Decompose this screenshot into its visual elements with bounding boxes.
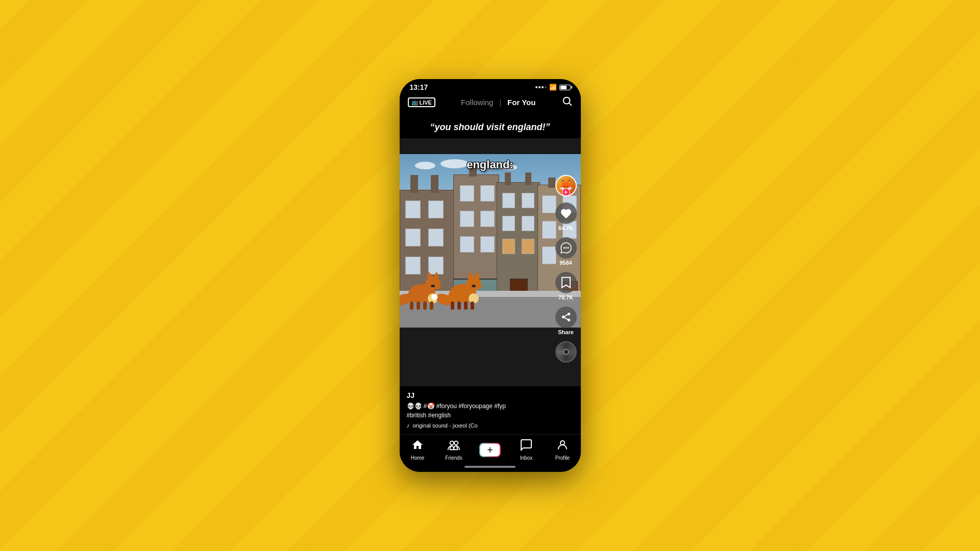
status-time: 13:17	[410, 83, 428, 91]
music-disc[interactable]	[555, 341, 577, 362]
svg-line-1	[569, 103, 571, 105]
home-label: Home	[411, 455, 425, 461]
foxes-area	[405, 259, 497, 310]
add-icon: +	[487, 445, 493, 455]
live-button[interactable]: 📺 LIVE	[408, 97, 435, 107]
video-hashtags: 💀💀 #🤡 #foryou #foryoupage #fyp #british …	[407, 402, 550, 420]
fox-2	[446, 277, 481, 310]
home-bar	[464, 466, 516, 468]
creator-username[interactable]: JJ	[407, 391, 550, 399]
profile-icon	[556, 439, 569, 454]
wifi-icon: 📶	[549, 84, 557, 91]
status-icons: 📶	[535, 84, 571, 91]
top-navigation: 📺 LIVE Following | For You	[400, 93, 581, 113]
home-indicator	[400, 464, 581, 472]
status-bar: 13:17 📶	[400, 79, 581, 93]
svg-point-5	[450, 441, 454, 445]
england-label-overlay: england:	[400, 158, 581, 171]
video-area[interactable]: “you should visit england!”	[400, 113, 581, 386]
inbox-label: Inbox	[520, 455, 532, 461]
nav-add[interactable]: +	[477, 443, 503, 457]
comment-count: 9584	[559, 259, 572, 265]
like-button[interactable]	[555, 202, 577, 223]
action-buttons: 🦊 + 64.7K	[555, 174, 577, 362]
comment-button-item[interactable]: 9584	[555, 237, 577, 265]
add-button[interactable]: +	[479, 443, 501, 457]
comment-button[interactable]	[555, 237, 577, 258]
like-count: 64.7K	[558, 224, 573, 231]
bookmark-button-item[interactable]: 78.7K	[555, 271, 577, 300]
friends-icon	[447, 439, 460, 454]
inbox-icon	[520, 439, 532, 454]
music-note-icon: ♪	[407, 422, 410, 429]
england-text: england:	[467, 158, 513, 171]
nav-friends[interactable]: Friends	[441, 439, 467, 461]
share-label: Share	[558, 329, 574, 335]
svg-point-7	[560, 441, 565, 445]
share-button-item[interactable]: Share	[555, 306, 577, 335]
feed-tabs: Following | For You	[461, 98, 535, 107]
video-info: JJ 💀💀 #🤡 #foryou #foryoupage #fyp #briti…	[400, 386, 581, 434]
battery-icon	[559, 85, 571, 90]
phone-frame: 13:17 📶 📺 LIVE Following | For You	[400, 79, 581, 472]
share-button[interactable]	[555, 306, 577, 328]
bookmark-button[interactable]	[555, 271, 577, 293]
music-bar[interactable]: ♪ original sound - jxxeol (Co	[407, 422, 550, 429]
nav-profile[interactable]: Profile	[550, 439, 575, 461]
quote-text: “you should visit england!”	[410, 121, 571, 133]
search-button[interactable]	[561, 95, 573, 109]
music-disc-item[interactable]	[555, 341, 577, 362]
for-you-tab[interactable]: For You	[507, 98, 535, 107]
nav-inbox[interactable]: Inbox	[513, 439, 539, 461]
fox-1	[405, 277, 440, 310]
like-button-item[interactable]: 64.7K	[555, 202, 577, 231]
following-tab[interactable]: Following	[461, 98, 493, 107]
bookmark-count: 78.7K	[558, 294, 573, 300]
home-icon	[411, 439, 424, 454]
live-label: LIVE	[420, 99, 432, 106]
svg-point-6	[454, 441, 458, 445]
bottom-navigation: Home Friends +	[400, 434, 581, 464]
tv-icon: 📺	[411, 99, 419, 106]
tab-divider: |	[499, 98, 501, 107]
nav-home[interactable]: Home	[405, 439, 430, 461]
friends-label: Friends	[445, 455, 462, 461]
follow-button[interactable]: +	[562, 188, 570, 196]
profile-label: Profile	[555, 455, 570, 461]
video-quote-overlay: “you should visit england!”	[400, 113, 581, 138]
music-disc-center	[563, 348, 569, 355]
music-text: original sound - jxxeol (Co	[413, 422, 478, 429]
creator-avatar-item[interactable]: 🦊 +	[555, 174, 577, 196]
building-center	[497, 182, 540, 307]
svg-point-2	[563, 247, 565, 248]
creator-avatar[interactable]: 🦊 +	[555, 174, 577, 196]
svg-point-3	[565, 247, 567, 248]
svg-point-4	[567, 247, 569, 248]
signal-icon	[535, 86, 547, 88]
